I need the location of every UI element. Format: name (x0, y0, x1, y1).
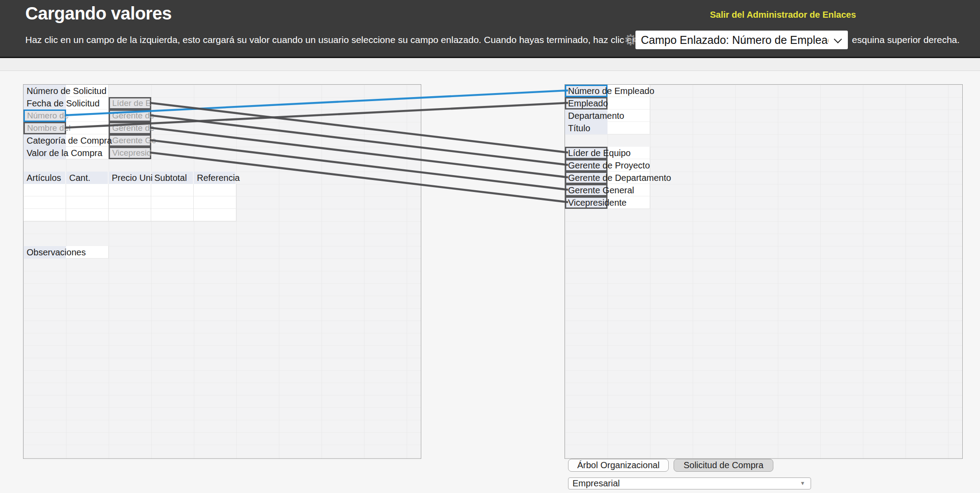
field-box-gerente-departamento[interactable]: Gerente de (109, 122, 151, 134)
instructions: Haz clic en un campo de la izquierda, es… (25, 29, 960, 51)
field-label-gerente-departamento[interactable]: Gerente de Departamento (568, 172, 671, 184)
form-category-dropdown[interactable]: Empresarial ▼ (568, 477, 811, 489)
toolbar-band (0, 58, 980, 71)
field-label-empleado[interactable]: Empleado (568, 97, 608, 110)
items-table-empty-rows (24, 184, 236, 221)
instructions-after-text: esquina superior derecha. (852, 35, 960, 45)
field-box-label: Número de (25, 111, 65, 121)
field-box-label: Gerente de (110, 123, 150, 133)
header: Cargando valores Salir del Administrador… (0, 0, 980, 58)
table-header-articulos[interactable]: Artículos (27, 172, 61, 184)
table-header-precio-uni[interactable]: Precio Uni (112, 172, 153, 184)
field-box-nombre-del[interactable]: Nombre del (24, 122, 66, 134)
employee-form-panel: Número de Empleado Empleado Departamento… (564, 84, 963, 459)
table-header-cant[interactable]: Cant. (69, 172, 90, 184)
tab-arbol-organizacional[interactable]: Árbol Organizacional (568, 459, 669, 472)
field-box-label: Líder de E (110, 98, 150, 108)
field-label-departamento[interactable]: Departamento (568, 110, 624, 122)
field-label-fecha-solicitud[interactable]: Fecha de Solicitud (27, 97, 100, 110)
purchase-form-panel: Número de Nombre del Líder de E Gerente … (23, 84, 421, 459)
field-label-titulo[interactable]: Título (568, 122, 590, 134)
field-label-valor-compra[interactable]: Valor de la Compra (27, 147, 102, 159)
value-cell (66, 122, 109, 134)
field-label-observaciones[interactable]: Observaciones (27, 246, 86, 258)
form-category-dropdown-value: Empresarial (572, 478, 620, 488)
field-box-gerente-proyecto[interactable]: Gerente de (109, 110, 151, 122)
field-label-categoria-compra[interactable]: Categoría de Compra (27, 134, 112, 147)
field-box-numero-de[interactable]: Número de (24, 110, 66, 122)
field-label-numero-empleado[interactable]: Número de Empleado (568, 85, 655, 97)
field-box-gerente-general[interactable]: Gerente Ge (109, 134, 151, 147)
field-box-label: Gerente Ge (110, 136, 150, 145)
field-label-vicepresidente[interactable]: Vicepresidente (568, 196, 627, 209)
linked-field-select[interactable]: Campo Enlazado: Número de Empleado (635, 31, 848, 49)
field-label-gerente-proyecto[interactable]: Gerente de Proyecto (568, 159, 650, 172)
value-cell (608, 122, 650, 134)
link-manager-page: Cargando valores Salir del Administrador… (0, 0, 980, 493)
dropdown-arrow-icon: ▼ (800, 478, 805, 489)
linked-field-dropdown[interactable]: Campo Enlazado: Número de Empleado (635, 31, 848, 49)
table-header-subtotal[interactable]: Subtotal (154, 172, 187, 184)
table-header-referencia[interactable]: Referencia (197, 172, 240, 184)
page-title: Cargando valores (25, 4, 172, 23)
field-label-lider-equipo[interactable]: Líder de Equipo (568, 147, 631, 159)
instructions-before-text: Haz clic en un campo de la izquierda, es… (25, 35, 637, 45)
tab-solicitud-de-compra[interactable]: Solicitud de Compra (674, 459, 773, 472)
exit-link-manager-link[interactable]: Salir del Administrador de Enlaces (710, 10, 856, 20)
field-box-label: Nombre del (25, 123, 65, 133)
field-box-label: Vicepresid (110, 148, 150, 158)
value-cell (66, 110, 109, 122)
field-label-numero-solicitud[interactable]: Número de Solicitud (27, 85, 106, 97)
field-box-lider-de-equipo[interactable]: Líder de E (109, 97, 151, 110)
field-box-vicepresidente[interactable]: Vicepresid (109, 147, 151, 159)
value-cell (608, 97, 650, 110)
field-box-label: Gerente de (110, 111, 150, 121)
field-label-gerente-general[interactable]: Gerente General (568, 184, 634, 196)
